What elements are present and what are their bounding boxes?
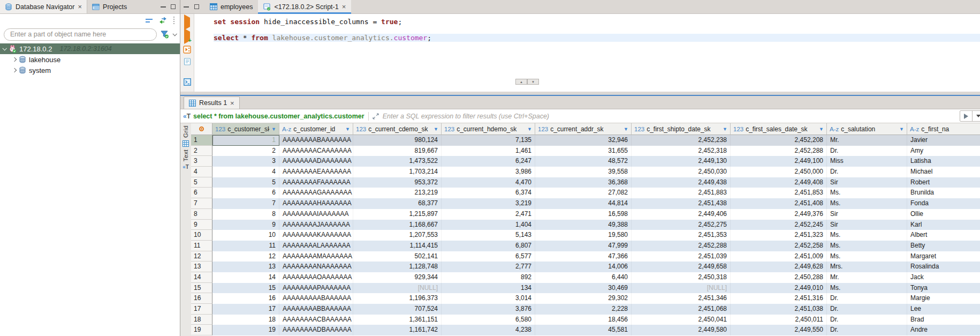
collapse-all-icon[interactable] [146, 18, 153, 23]
grid-cell[interactable]: 8 [212, 209, 279, 220]
grid-cell[interactable]: Karl [907, 220, 980, 230]
filter-history-icon[interactable] [973, 115, 980, 117]
grid-cell[interactable]: AAAAAAAABAAAAAAA [279, 135, 353, 146]
link-editor-icon[interactable] [159, 17, 167, 24]
tab-results-1[interactable]: Results 1 × [184, 96, 240, 109]
grid-cell[interactable]: Ms. [827, 241, 907, 251]
grid-cell[interactable]: 2,450,041 [632, 315, 731, 325]
row-number[interactable]: 13 [191, 262, 212, 272]
text-tab-icon[interactable]: «T [183, 164, 189, 170]
grid-cell[interactable]: 17 [212, 304, 279, 315]
sql-terminal-icon[interactable] [184, 78, 191, 86]
grid-cell[interactable]: 4,470 [442, 177, 535, 188]
grid-cell[interactable]: Ms. [827, 188, 907, 198]
grid-cell[interactable]: 2,451,068 [632, 304, 731, 315]
tab-database-navigator[interactable]: Database Navigator × [0, 0, 87, 13]
row-number[interactable]: 10 [191, 230, 212, 241]
grid-cell[interactable]: 1,361,151 [353, 315, 442, 325]
execute-script-icon[interactable] [183, 46, 191, 54]
row-number[interactable]: 17 [191, 304, 212, 315]
grid-cell[interactable]: AAAAAAAACBAAAAAA [279, 315, 353, 325]
minimize-icon[interactable] [161, 6, 166, 8]
grid-cell[interactable]: AAAAAAAAHAAAAAAA [279, 198, 353, 209]
grid-cell[interactable]: 1,161,742 [353, 325, 442, 335]
grid-cell[interactable]: 3,876 [442, 304, 535, 315]
grid-cell[interactable]: 1,461 [442, 146, 535, 156]
grid-cell[interactable]: 19,580 [535, 230, 632, 241]
grid-cell[interactable]: AAAAAAAAPAAAAAAA [279, 283, 353, 294]
column-header-c_first_na[interactable]: A-zc_first_na▼ [907, 123, 980, 135]
grid-cell[interactable]: 7,135 [442, 135, 535, 146]
grid-cell[interactable]: 2,777 [442, 262, 535, 272]
grid-cell[interactable]: Tonya [907, 283, 980, 294]
sort-dropdown-icon[interactable]: ▼ [723, 126, 727, 132]
column-header-c_first_shipto_date_sk[interactable]: 123c_first_shipto_date_sk▼ [632, 123, 731, 135]
column-header-c_first_sales_date_sk[interactable]: 123c_first_sales_date_sk▼ [731, 123, 827, 135]
grid-cell[interactable]: 2,451,853 [731, 188, 827, 198]
grid-cell[interactable]: 2,451,009 [731, 251, 827, 262]
row-number[interactable]: 2 [191, 146, 212, 156]
grid-cell[interactable]: 980,124 [353, 135, 442, 146]
apply-filter-icon[interactable] [960, 114, 972, 119]
grid-cell[interactable]: 49,388 [535, 220, 632, 230]
execute-new-tab-icon[interactable]: + [184, 32, 190, 41]
grid-cell[interactable]: 2,228 [535, 304, 632, 315]
sort-dropdown-icon[interactable]: ▼ [434, 126, 438, 132]
tab-script-1[interactable]: <172.18.0.2> Script-1 × [258, 0, 351, 13]
grid-cell[interactable]: 3,219 [442, 198, 535, 209]
grid-cell[interactable]: 2,451,438 [632, 198, 731, 209]
grid-cell[interactable]: Ms. [827, 230, 907, 241]
row-number[interactable]: 11 [191, 241, 212, 251]
row-number[interactable]: 8 [191, 209, 212, 220]
grid-tab-icon[interactable] [183, 140, 189, 147]
execute-statement-icon[interactable] [184, 18, 190, 27]
grid-cell[interactable]: 2,449,550 [731, 325, 827, 335]
grid-cell[interactable]: Robert [907, 177, 980, 188]
grid-cell[interactable]: 213,219 [353, 188, 442, 198]
sql-code[interactable]: set session hide_inaccessible_columns = … [214, 14, 980, 92]
grid-cell[interactable]: Ollie [907, 209, 980, 220]
grid-cell[interactable]: 2,449,408 [731, 177, 827, 188]
tree-item-connection[interactable]: 172.18.0.2 172.18.0.2:31604 [0, 43, 180, 54]
grid-cell[interactable]: Albert [907, 230, 980, 241]
grid-cell[interactable]: 4,238 [442, 325, 535, 335]
grid-cell[interactable]: Ms. [827, 251, 907, 262]
maximize-icon[interactable] [194, 4, 199, 9]
grid-cell[interactable]: 1,196,373 [353, 293, 442, 304]
grid-cell[interactable]: 2,450,288 [731, 272, 827, 283]
grid-cell[interactable]: Mrs. [827, 262, 907, 272]
grid-cell[interactable]: Sir [827, 177, 907, 188]
grid-cell[interactable]: 2,450,000 [731, 167, 827, 177]
grid-cell[interactable]: AAAAAAAAGAAAAAAA [279, 188, 353, 198]
grid-cell[interactable]: AAAAAAAAABAAAAAA [279, 293, 353, 304]
grid-cell[interactable]: AAAAAAAAEAAAAAAA [279, 167, 353, 177]
grid-cell[interactable]: 19 [212, 325, 279, 335]
grid-cell[interactable]: Brad [907, 315, 980, 325]
code-line[interactable]: set session hide_inaccessible_columns = … [214, 18, 980, 26]
grid-cell[interactable]: Jack [907, 272, 980, 283]
grid-cell[interactable]: Amy [907, 146, 980, 156]
grid-cell[interactable]: 2,452,208 [731, 135, 827, 146]
column-header-c_current_hdemo_sk[interactable]: 123c_current_hdemo_sk▼ [442, 123, 535, 135]
grid-cell[interactable]: 2,450,318 [632, 272, 731, 283]
grid-cell[interactable]: 929,344 [353, 272, 442, 283]
grid-cell[interactable]: 3,014 [442, 293, 535, 304]
close-icon[interactable]: × [342, 3, 346, 10]
grid-cell[interactable]: 16 [212, 293, 279, 304]
grid-cell[interactable]: 6,807 [442, 241, 535, 251]
grid-cell[interactable]: Ms. [827, 283, 907, 294]
grid-cell[interactable]: 2,449,628 [731, 262, 827, 272]
grid-cell[interactable]: Michael [907, 167, 980, 177]
sort-dropdown-icon[interactable]: ▼ [527, 126, 532, 132]
grid-cell[interactable]: 48,572 [535, 156, 632, 167]
grid-cell[interactable]: 14,006 [535, 262, 632, 272]
grid-cell[interactable]: AAAAAAAADBAAAAAA [279, 325, 353, 335]
grid-cell[interactable]: 6,374 [442, 188, 535, 198]
grid-cell[interactable]: 2 [212, 146, 279, 156]
row-number[interactable]: 16 [191, 293, 212, 304]
grid-cell[interactable]: Dr. [827, 167, 907, 177]
row-number[interactable]: 9 [191, 220, 212, 230]
tab-text[interactable]: Text [183, 150, 189, 161]
row-number[interactable]: 3 [191, 156, 212, 167]
grid-cell[interactable]: 2,449,406 [632, 209, 731, 220]
